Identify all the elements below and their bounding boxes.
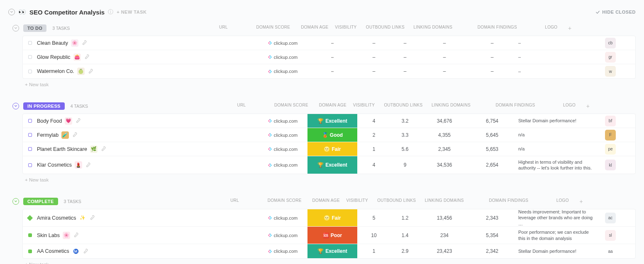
col-header-score[interactable]: DOMAIN SCORE: [248, 25, 298, 31]
task-name[interactable]: AA Cosmetics Ⓜ️: [37, 247, 88, 255]
col-header-vis[interactable]: VISIBILITY: [331, 25, 360, 31]
cell-visibility[interactable]: 3.3: [390, 132, 420, 138]
cell-url[interactable]: clickup.com: [258, 233, 307, 238]
task-name[interactable]: Skin Labs 🌸: [37, 232, 78, 239]
cell-domain-score[interactable]: 🏆Excellent: [307, 114, 357, 128]
cell-domain-age[interactable]: –: [357, 40, 390, 46]
cell-domain-findings[interactable]: Stellar Domain performance!: [515, 118, 598, 124]
cell-visibility[interactable]: 5.6: [390, 146, 420, 152]
cell-url[interactable]: clickup.com: [258, 162, 307, 167]
table-row[interactable]: Klar Cosmetics 💄 clickup.com 🏆Excellent …: [23, 156, 635, 174]
group-status-label[interactable]: COMPLETE: [23, 198, 58, 205]
cell-domain-age[interactable]: 5: [357, 215, 390, 221]
cell-visibility[interactable]: 1.2: [390, 215, 420, 221]
cell-outbound-links[interactable]: 34,536: [420, 162, 469, 168]
cell-linking-domains[interactable]: 2,343: [469, 215, 515, 221]
cell-domain-score[interactable]: –: [307, 36, 357, 50]
cell-url[interactable]: clickup.com: [258, 216, 307, 220]
cell-domain-age[interactable]: 1: [357, 248, 390, 254]
attachment-icon[interactable]: [100, 146, 106, 152]
status-icon[interactable]: [23, 233, 37, 237]
cell-outbound-links[interactable]: 13,456: [420, 215, 469, 221]
status-icon[interactable]: [23, 216, 37, 220]
cell-visibility[interactable]: –: [390, 68, 420, 74]
cell-domain-findings[interactable]: n/a: [515, 132, 598, 138]
col-header-vis[interactable]: VISIBILITY: [349, 103, 378, 109]
cell-domain-age[interactable]: –: [357, 68, 390, 74]
task-name[interactable]: Fermylab 🧪: [37, 131, 77, 139]
collapse-group-icon[interactable]: [12, 198, 19, 205]
cell-outbound-links[interactable]: –: [420, 68, 469, 74]
table-row[interactable]: AA Cosmetics Ⓜ️ clickup.com 🏆Excellent 1…: [23, 244, 635, 258]
cell-outbound-links[interactable]: 23,423: [420, 248, 469, 254]
table-row[interactable]: Body Food 💗 clickup.com 🏆Excellent 4 3.2…: [23, 114, 635, 128]
cell-domain-score[interactable]: –: [307, 64, 357, 78]
task-name[interactable]: Planet Earth Skincare 🌿: [37, 145, 106, 153]
col-header-out[interactable]: OUTBOUND LINKS: [372, 198, 422, 205]
cell-linking-domains[interactable]: 5,645: [469, 132, 515, 138]
cell-domain-score[interactable]: 🌝Fair: [307, 209, 357, 226]
cell-domain-findings[interactable]: –: [515, 68, 598, 74]
cell-logo[interactable]: kl: [598, 160, 623, 170]
attachment-icon[interactable]: [83, 249, 88, 254]
col-header-age[interactable]: DOMAIN AGE: [316, 103, 349, 109]
cell-url[interactable]: clickup.com: [258, 147, 307, 152]
cell-visibility[interactable]: 3.2: [390, 118, 420, 124]
cell-linking-domains[interactable]: 5,354: [469, 233, 515, 238]
cell-domain-findings[interactable]: Poor performance; we can exclude this in…: [515, 229, 598, 241]
col-header-score[interactable]: DOMAIN SCORE: [260, 198, 310, 205]
col-header-url[interactable]: URL: [217, 103, 266, 109]
cell-domain-score[interactable]: 🏆Excellent: [307, 156, 357, 174]
col-header-logo[interactable]: LOGO: [550, 198, 575, 205]
cell-logo[interactable]: w: [598, 66, 623, 77]
cell-outbound-links[interactable]: 234: [420, 233, 469, 238]
cell-visibility[interactable]: 9: [390, 162, 420, 168]
group-status-label[interactable]: IN PROGRESS: [23, 102, 65, 110]
cell-outbound-links[interactable]: –: [420, 54, 469, 60]
collapse-group-icon[interactable]: [12, 103, 19, 109]
new-task-button[interactable]: + NEW TASK: [117, 10, 146, 15]
status-icon[interactable]: [23, 70, 37, 73]
col-header-url[interactable]: URL: [198, 25, 248, 31]
cell-url[interactable]: clickup.com: [258, 55, 307, 60]
col-header-vis[interactable]: VISIBILITY: [343, 198, 372, 205]
cell-domain-findings[interactable]: Needs improvement; Important to leverage…: [515, 209, 598, 227]
task-name[interactable]: Klar Cosmetics 💄: [37, 161, 90, 169]
attachment-icon[interactable]: [73, 233, 78, 238]
col-header-age[interactable]: DOMAIN AGE: [298, 25, 331, 31]
cell-domain-findings[interactable]: –: [515, 54, 598, 60]
table-row[interactable]: Glow Republic 👛 clickup.com – – – – – – …: [23, 50, 635, 64]
status-icon[interactable]: [23, 41, 37, 45]
attachment-icon[interactable]: [81, 40, 87, 46]
table-row[interactable]: Watermelon Co. 🍈 clickup.com – – – – – –…: [23, 64, 635, 78]
cell-visibility[interactable]: –: [390, 40, 420, 46]
cell-outbound-links[interactable]: 4,355: [420, 132, 469, 138]
cell-domain-age[interactable]: 4: [357, 118, 390, 124]
cell-domain-age[interactable]: –: [357, 54, 390, 60]
cell-url[interactable]: clickup.com: [258, 249, 307, 254]
cell-domain-findings[interactable]: Stellar Domain performance!: [515, 248, 598, 254]
cell-logo[interactable]: F: [598, 130, 623, 140]
cell-visibility[interactable]: –: [390, 54, 420, 60]
status-icon[interactable]: [23, 119, 37, 123]
cell-linking-domains[interactable]: 2,342: [469, 248, 515, 254]
add-column-button[interactable]: +: [575, 198, 588, 205]
cell-linking-domains[interactable]: –: [469, 54, 515, 60]
cell-logo[interactable]: aa: [598, 246, 623, 257]
status-icon[interactable]: [23, 163, 37, 167]
cell-domain-findings[interactable]: –: [515, 40, 598, 46]
status-icon[interactable]: [23, 133, 37, 137]
new-task-row[interactable]: + New task: [12, 79, 636, 90]
cell-domain-score[interactable]: 🆘Poor: [307, 227, 357, 244]
table-row[interactable]: Skin Labs 🌸 clickup.com 🆘Poor 10 1.4 234…: [23, 227, 635, 244]
attachment-icon[interactable]: [88, 69, 93, 74]
cell-url[interactable]: clickup.com: [258, 133, 307, 138]
new-task-row[interactable]: + New task: [12, 174, 636, 186]
col-header-link[interactable]: LINKING DOMAINS: [422, 198, 467, 205]
col-header-score[interactable]: DOMAIN SCORE: [266, 103, 316, 109]
cell-url[interactable]: clickup.com: [258, 119, 307, 124]
cell-outbound-links[interactable]: 34,676: [420, 118, 469, 124]
table-row[interactable]: Fermylab 🧪 clickup.com 🥉Good 2 3.3 4,355…: [23, 128, 635, 142]
status-icon[interactable]: [23, 147, 37, 151]
task-name[interactable]: Watermelon Co. 🍈: [37, 68, 93, 75]
